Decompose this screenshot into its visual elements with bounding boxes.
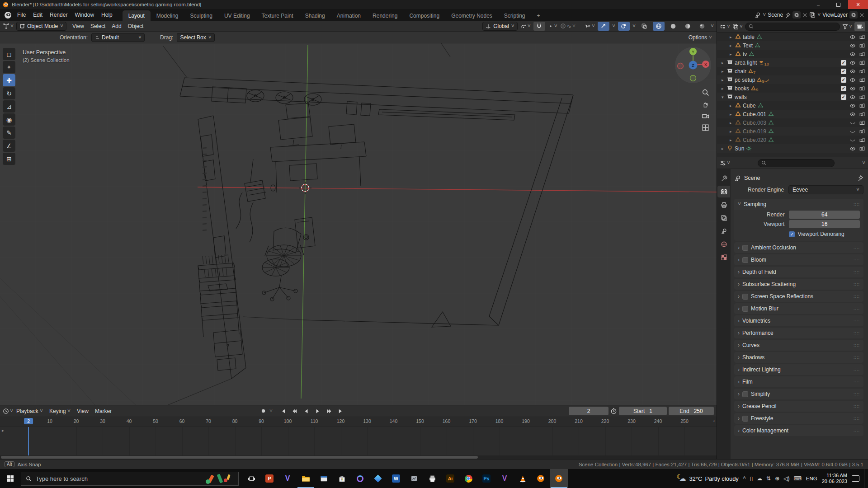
- timeline-menu-view[interactable]: View: [74, 408, 92, 414]
- show-gizmo-dropdown[interactable]: ˅: [585, 23, 595, 29]
- ms-loop[interactable]: [351, 469, 369, 488]
- zoom-icon[interactable]: [702, 89, 709, 96]
- add-cube-tool[interactable]: ⊞: [3, 153, 15, 165]
- file-explorer[interactable]: [297, 469, 315, 488]
- current-frame-badge[interactable]: 2: [24, 418, 33, 424]
- volume-icon[interactable]: ◁): [783, 475, 789, 482]
- expand-icon[interactable]: ▸: [722, 86, 727, 91]
- expand-icon[interactable]: ▸: [730, 35, 735, 39]
- expand-icon[interactable]: ▸: [730, 112, 735, 117]
- tab-sculpting[interactable]: Sculpting: [184, 10, 218, 21]
- menu-edit[interactable]: Edit: [29, 9, 46, 21]
- camera-icon[interactable]: [859, 77, 865, 83]
- panel-checkbox[interactable]: [742, 391, 748, 397]
- navigation-gizmo[interactable]: Y X Z: [674, 46, 712, 84]
- eye-open-icon[interactable]: [849, 68, 856, 75]
- current-frame-field[interactable]: 2: [569, 407, 609, 415]
- keying-dropdown[interactable]: ˅: [269, 408, 273, 414]
- properties-search-input[interactable]: [758, 159, 835, 167]
- expand-icon[interactable]: ▸: [722, 61, 727, 65]
- tool-tab[interactable]: [717, 173, 730, 184]
- timeline-menu-playback[interactable]: Playback ˅: [13, 408, 46, 414]
- outliner-editor-selector[interactable]: ˅: [720, 23, 730, 30]
- snap-settings-dropdown[interactable]: ˅: [548, 23, 557, 29]
- expand-icon[interactable]: ▸: [730, 52, 735, 56]
- next-keyframe-button[interactable]: [324, 407, 335, 415]
- measure-tool[interactable]: ∠: [3, 140, 15, 152]
- select-box-tool[interactable]: ◻: [3, 48, 15, 60]
- maximize-button[interactable]: [828, 0, 848, 9]
- panel-ambient-occlusion[interactable]: › Ambient Occlusion ::::: [734, 242, 863, 253]
- view-layer-selector[interactable]: ˅ ViewLayer: [809, 11, 864, 19]
- usb-icon[interactable]: ⇅: [766, 475, 771, 482]
- gizmos-toggle[interactable]: [598, 22, 609, 31]
- system-tool[interactable]: [405, 469, 423, 488]
- eye-open-icon[interactable]: [849, 51, 856, 57]
- outliner-item-cube-001[interactable]: ▸Cube.001: [717, 110, 868, 118]
- cursor-tool[interactable]: ⌖: [3, 61, 15, 73]
- menu-window[interactable]: Window: [71, 9, 98, 21]
- scene-selector[interactable]: ˅ Scene: [755, 11, 807, 19]
- sampling-panel-header[interactable]: ˅ Sampling ::::: [734, 199, 863, 210]
- panel-performance[interactable]: › Performance ::::: [734, 328, 863, 338]
- drag-handle-icon[interactable]: ::::: [854, 428, 860, 433]
- camera-icon[interactable]: [859, 68, 865, 75]
- blender-app-active[interactable]: [550, 469, 568, 488]
- camera-icon[interactable]: [859, 145, 865, 152]
- camera-icon[interactable]: [859, 120, 865, 126]
- sampling-render-field[interactable]: 64: [789, 211, 860, 219]
- language-indicator[interactable]: ENG: [806, 476, 817, 481]
- render-engine-dropdown[interactable]: Eevee ˅: [788, 185, 863, 194]
- xray-toggle[interactable]: [638, 22, 650, 31]
- outliner-item-cube-003[interactable]: ▸Cube.003: [717, 118, 868, 127]
- world-tab[interactable]: [717, 238, 730, 250]
- eye-open-icon[interactable]: [849, 34, 856, 40]
- tab-layout[interactable]: Layout: [123, 10, 151, 21]
- tab-uv-editing[interactable]: UV Editing: [218, 10, 256, 21]
- viewport-menu-select[interactable]: Select: [87, 23, 108, 29]
- powerpoint[interactable]: P: [260, 469, 278, 488]
- outliner-item-cube-019[interactable]: ▸Cube.019: [717, 127, 868, 136]
- print-app[interactable]: [423, 469, 441, 488]
- eye-open-icon[interactable]: [849, 42, 856, 49]
- jump-to-end-button[interactable]: [336, 407, 347, 415]
- close-button[interactable]: ✕: [848, 0, 868, 9]
- viewport-denoising-checkbox[interactable]: ✓: [789, 231, 795, 237]
- panel-color-management[interactable]: › Color Management ::::: [734, 425, 863, 436]
- drag-handle-icon[interactable]: ::::: [854, 270, 860, 274]
- end-frame-field[interactable]: End 250: [669, 407, 714, 415]
- new-view-layer-icon[interactable]: [849, 11, 858, 19]
- shading-solid-button[interactable]: [667, 22, 679, 31]
- taskbar-search-input[interactable]: Type here to search: [21, 472, 239, 486]
- close-icon[interactable]: [802, 13, 807, 18]
- outliner-item-cube[interactable]: ▸Cube: [717, 101, 868, 110]
- drag-setting-dropdown[interactable]: Select Box ˅: [177, 33, 214, 42]
- drag-handle-icon[interactable]: ::::: [854, 331, 860, 335]
- outliner-item-sun[interactable]: ▸Sun: [717, 144, 868, 153]
- orientation-dropdown[interactable]: Global ˅: [482, 22, 518, 31]
- expand-icon[interactable]: ▸: [730, 138, 735, 142]
- play-forward-button[interactable]: [312, 407, 323, 415]
- eye-open-icon[interactable]: [849, 111, 856, 117]
- sampling-viewport-field[interactable]: 16: [789, 220, 860, 228]
- expand-icon[interactable]: ▸: [722, 78, 727, 82]
- viewport-3d[interactable]: User Perspective (2) Scene Collection ◻⌖…: [0, 43, 717, 405]
- eye-closed-icon[interactable]: [849, 120, 856, 126]
- eye-open-icon[interactable]: [849, 94, 856, 100]
- scrollbar-thumb[interactable]: [1, 456, 478, 459]
- menu-help[interactable]: Help: [98, 9, 116, 21]
- panel-film[interactable]: › Film ::::: [734, 376, 863, 387]
- drag-handle-icon[interactable]: ::::: [854, 258, 860, 262]
- tab-shading[interactable]: Shading: [299, 10, 331, 21]
- timeline-menu-marker[interactable]: Marker: [92, 408, 115, 414]
- panel-indirect-lighting[interactable]: › Indirect Lighting ::::: [734, 364, 863, 375]
- tab-animation[interactable]: Animation: [331, 10, 367, 21]
- expand-icon[interactable]: ▸: [722, 146, 727, 151]
- timeline-ruler[interactable]: 1020304050607080901001101201301401501601…: [0, 417, 717, 427]
- drag-handle-icon[interactable]: ::::: [854, 392, 860, 396]
- outliner-item-area-light[interactable]: ▸area light10✓: [717, 58, 868, 67]
- panel-checkbox[interactable]: [742, 257, 748, 263]
- camera-icon[interactable]: [859, 94, 865, 100]
- close-icon[interactable]: [859, 13, 864, 18]
- outliner-item-text[interactable]: ▸Text: [717, 41, 868, 50]
